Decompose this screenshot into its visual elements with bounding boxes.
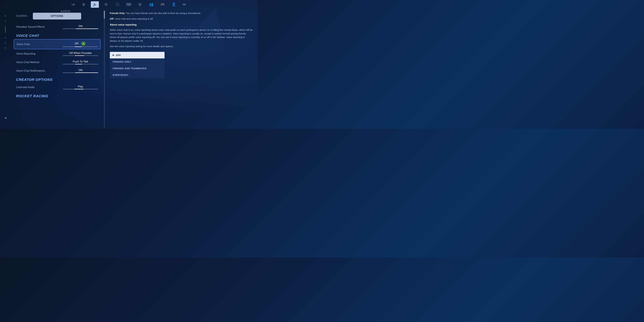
voice-chat-label: Voice Chat	[16, 43, 30, 46]
licensed-audio-value: Play	[78, 85, 83, 88]
about-voice-reporting-text: When voice chat is on, voice reporting s…	[110, 28, 253, 43]
dropdown-item-friends-only[interactable]: FRIENDS ONLY	[110, 58, 164, 65]
voice-chat-value: Off	[75, 42, 78, 45]
slider-left	[63, 28, 75, 29]
voice-reporting-row[interactable]: Voice Reporting Off When Possible	[14, 50, 100, 58]
voice-reporting-slider	[63, 56, 98, 56]
voice-reporting-label: Voice Reporting	[16, 52, 36, 56]
nav-social[interactable]: 👥	[147, 1, 155, 8]
nav-display[interactable]: 🖵	[113, 1, 122, 8]
friends-only-desc: : You can hear friends and can also talk…	[124, 12, 201, 14]
nav-person[interactable]: 👤	[170, 1, 178, 8]
friends-only-title: Friends Only	[110, 12, 124, 14]
visualize-sound-effects-value-container: ON	[63, 25, 98, 29]
sidebar-dot	[5, 48, 6, 48]
lb-button[interactable]: LB	[72, 3, 75, 6]
options-tab[interactable]: OPTIONS	[33, 13, 81, 20]
slider-right	[75, 72, 98, 73]
voice-chat-value-container: Off A	[62, 42, 98, 47]
voice-chat-slider	[62, 46, 98, 47]
sidebar-dots	[5, 16, 6, 48]
slider-right	[82, 46, 98, 47]
right-panel: Friends Only: You can hear friends and c…	[105, 9, 258, 129]
sidebar-line	[5, 26, 6, 33]
dropdown-item-friends-only-label: FRIENDS ONLY	[113, 60, 132, 63]
slider-mid	[74, 89, 84, 89]
main-container: ◀ Subtitles AUDIO OPTIONS Visualize Soun…	[0, 9, 258, 129]
nav-grid[interactable]: ⊞	[136, 1, 144, 8]
slider-right	[84, 89, 98, 89]
visualize-sound-effects-row[interactable]: Visualize Sound Effects ON	[14, 23, 100, 31]
left-panel: Subtitles AUDIO OPTIONS Visualize Sound …	[10, 9, 104, 129]
dropdown-item-off[interactable]: ▶ OFF	[110, 52, 164, 58]
nav-keyboard[interactable]: ⌨	[124, 1, 133, 8]
slider-left	[62, 46, 74, 47]
slider-mid	[75, 64, 82, 64]
voice-chat-notifications-slider	[63, 72, 98, 73]
licensed-audio-row[interactable]: Licensed Audio Play	[14, 83, 100, 91]
off-title: Off	[110, 18, 113, 20]
slider-left	[63, 72, 74, 73]
dropdown-item-friends-and-teammates[interactable]: FRIENDS AND TEAMMATES	[110, 65, 164, 72]
scroll-thumb	[104, 11, 105, 19]
voice-chat-notifications-value-container: ON	[63, 68, 98, 73]
slider-right	[83, 64, 98, 64]
voice-chat-method-label: Voice Chat Method	[16, 61, 39, 64]
sidebar-arrow-left[interactable]: ◀	[4, 116, 6, 119]
sidebar-dot	[5, 38, 6, 38]
dropdown-item-everybody-label: EVERYBODY	[113, 74, 128, 76]
sidebar: ◀	[0, 9, 10, 129]
dropdown-item-friends-and-teammates-label: FRIENDS AND TEAMMATES	[113, 67, 147, 70]
nav-gamepad[interactable]: 🎮	[158, 1, 166, 8]
slider-left	[63, 56, 74, 56]
voice-chat-notifications-label: Voice Chat Notifications	[16, 69, 45, 72]
voice-chat-section-header: VOICE CHAT	[14, 31, 100, 39]
visualize-sound-effects-slider	[63, 28, 98, 29]
friends-only-text: Friends Only: You can hear friends and c…	[110, 12, 253, 15]
voice-chat-dropdown: ▶ OFF FRIENDS ONLY FRIENDS AND TEAMMATES…	[110, 52, 164, 78]
voice-reporting-value: Off When Possible	[69, 52, 92, 55]
licensed-audio-slider	[63, 89, 98, 89]
voice-reporting-value-container: Off When Possible	[63, 52, 98, 56]
dropdown-item-off-label: OFF	[116, 54, 121, 56]
about-voice-reporting-title: About voice reporting	[110, 23, 253, 26]
a-button[interactable]: A	[81, 42, 86, 46]
dropdown-arrow-icon: ▶	[113, 54, 114, 56]
slider-right	[76, 28, 98, 29]
voice-chat-row[interactable]: Voice Chat Off A	[14, 39, 100, 49]
subtitles-label[interactable]: Subtitles	[14, 12, 27, 19]
licensed-audio-value-container: Play	[63, 85, 98, 89]
off-text: Off: Voice chat and voice reporting is o…	[110, 17, 253, 21]
slider-right	[85, 56, 98, 56]
visualize-sound-effects-label: Visualize Sound Effects	[16, 25, 45, 28]
slider-left	[63, 89, 74, 89]
nav-monitor[interactable]: 🖥	[80, 1, 88, 8]
scroll-bar[interactable]	[104, 11, 105, 127]
slider-mid	[74, 46, 82, 47]
audio-section-label: AUDIO	[30, 9, 100, 13]
voice-chat-notifications-row[interactable]: Voice Chat Notifications ON	[14, 67, 100, 75]
voice-chat-method-row[interactable]: Voice Chat Method Push To Talk	[14, 58, 100, 66]
voice-chat-method-slider	[63, 64, 98, 64]
dropdown-item-everybody[interactable]: EVERYBODY	[110, 72, 164, 78]
licensed-audio-label: Licensed Audio	[16, 86, 34, 89]
creator-options-section-header: CREATOR OPTIONS	[14, 75, 100, 83]
voice-chat-notifications-value: ON	[78, 68, 82, 72]
nav-audio[interactable]: 🔊	[91, 1, 99, 8]
voice-chat-method-value: Push To Talk	[73, 60, 88, 63]
slider-left	[63, 64, 74, 64]
sidebar-dot	[5, 42, 6, 44]
visualize-sound-effects-value: ON	[78, 25, 82, 28]
voice-chat-method-value-container: Push To Talk	[63, 60, 98, 64]
see-more-text: See the voice reporting setting for more…	[110, 44, 253, 48]
sidebar-dot	[5, 20, 6, 22]
top-nav: LB 🖥 🔊 ⚙ 🖵 ⌨ ⊞ 👥 🎮 👤 RB	[0, 0, 258, 9]
rocket-racing-section-header: ROCKET RACING	[14, 92, 100, 100]
rb-button[interactable]: RB	[182, 3, 186, 6]
sidebar-dot	[5, 16, 6, 16]
slider-mid	[75, 56, 84, 56]
nav-gear[interactable]: ⚙	[102, 1, 110, 8]
off-desc: : Voice chat and voice reporting is off.	[113, 18, 154, 20]
